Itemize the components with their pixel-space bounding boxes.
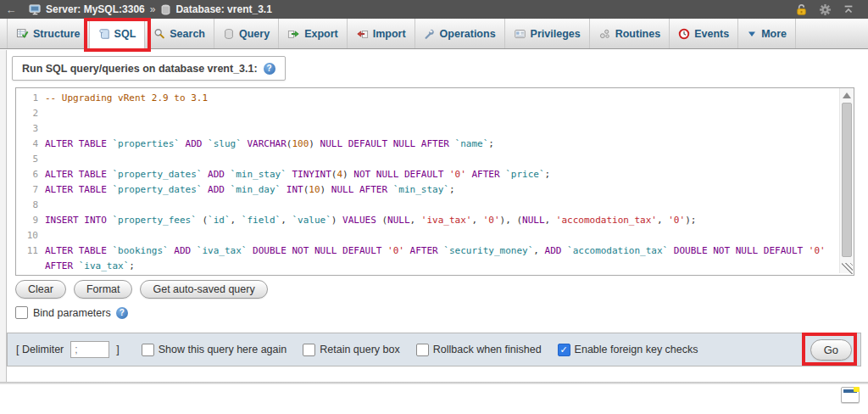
sql-code-line[interactable]: 2 bbox=[16, 106, 840, 121]
sql-code-line[interactable]: 11ALTER TABLE `bookings` ADD `iva_tax` D… bbox=[16, 243, 840, 274]
server-label: Server: MySQL:3306 bbox=[46, 3, 145, 15]
line-number: 10 bbox=[16, 228, 45, 243]
line-number: 6 bbox=[16, 167, 45, 182]
tab-label: SQL bbox=[114, 28, 136, 40]
code-text: INSERT INTO `property_fees` (`id`, `fiel… bbox=[45, 213, 840, 228]
line-number: 5 bbox=[16, 152, 45, 167]
sql-code-line[interactable]: 7ALTER TABLE `property_dates` ADD `min_d… bbox=[16, 182, 840, 198]
get-autosaved-query-button[interactable]: Get auto-saved query bbox=[140, 280, 267, 299]
checkbox-retain-query-box[interactable]: Retain query box bbox=[303, 344, 400, 356]
tab-events[interactable]: Events bbox=[670, 19, 738, 48]
collapse-icon[interactable] bbox=[843, 3, 854, 15]
nav-panel-edge[interactable] bbox=[0, 50, 7, 382]
delimiter-bracket-open: [ Delimiter bbox=[16, 344, 64, 355]
line-number: 4 bbox=[16, 137, 45, 152]
breadcrumb-server[interactable]: Server: MySQL:3306 bbox=[29, 3, 145, 15]
bind-parameters-option[interactable]: Bind parameters bbox=[15, 306, 128, 319]
sql-code-line[interactable]: 3 bbox=[16, 121, 840, 137]
help-icon[interactable] bbox=[264, 63, 275, 75]
sql-code-line[interactable]: 9INSERT INTO `property_fees` (`id`, `fie… bbox=[16, 213, 840, 228]
scrollbar-up-icon[interactable] bbox=[843, 92, 851, 98]
query-box-title: Run SQL query/queries on database vrent_… bbox=[22, 63, 258, 75]
search-icon bbox=[153, 28, 165, 40]
privileges-icon bbox=[514, 28, 526, 40]
line-number: 9 bbox=[16, 213, 45, 228]
checkbox-unchecked-icon[interactable] bbox=[142, 344, 154, 356]
sql-editor[interactable]: 1-- Upgrading vRent 2.9 to 3.1234ALTER T… bbox=[15, 87, 854, 276]
tab-label: Events bbox=[694, 28, 729, 40]
lock-icon[interactable] bbox=[795, 3, 808, 16]
line-number: 7 bbox=[16, 182, 45, 198]
line-number: 1 bbox=[16, 91, 45, 106]
frame-bottom-edge bbox=[0, 382, 868, 384]
structure-icon bbox=[16, 28, 29, 40]
bind-parameters-checkbox[interactable] bbox=[15, 306, 28, 319]
events-icon bbox=[678, 28, 690, 40]
tab-label: More bbox=[761, 28, 787, 40]
checkbox-label: Rollback when finished bbox=[433, 344, 542, 355]
tab-more[interactable]: More bbox=[738, 19, 796, 48]
tab-label: Structure bbox=[33, 28, 81, 40]
checkbox-show-this-query-here-again[interactable]: Show this query here again bbox=[142, 344, 287, 356]
checkbox-label: Retain query box bbox=[320, 344, 400, 355]
server-icon bbox=[29, 4, 42, 15]
format-button[interactable]: Format bbox=[74, 280, 133, 299]
tab-search[interactable]: Search bbox=[145, 19, 214, 48]
scrollbar-thumb[interactable] bbox=[842, 103, 852, 257]
tab-label: Search bbox=[170, 28, 205, 40]
tab-structure[interactable]: Structure bbox=[7, 19, 90, 48]
line-number: 8 bbox=[16, 198, 45, 213]
sql-code-line[interactable]: 5 bbox=[16, 152, 840, 167]
server-breadcrumb-bar: ← Server: MySQL:3306 » Database: vrent_3… bbox=[0, 0, 868, 19]
tab-label: Query bbox=[239, 28, 270, 40]
more-icon bbox=[747, 29, 757, 39]
sql-editor-lines[interactable]: 1-- Upgrading vRent 2.9 to 3.1234ALTER T… bbox=[16, 88, 840, 275]
checkbox-unchecked-icon[interactable] bbox=[303, 344, 315, 356]
delimiter-input[interactable] bbox=[70, 341, 109, 358]
tab-query[interactable]: Query bbox=[214, 19, 279, 48]
tab-operations[interactable]: Operations bbox=[415, 19, 505, 48]
code-text: ALTER TABLE `property_dates` ADD `min_st… bbox=[45, 167, 840, 182]
checkbox-unchecked-icon[interactable] bbox=[416, 344, 429, 356]
checkbox-label: Enable foreign key checks bbox=[575, 344, 698, 355]
code-text: ALTER TABLE `properties` ADD `slug` VARC… bbox=[45, 137, 840, 152]
editor-actions: Clear Format Get auto-saved query bbox=[15, 280, 268, 299]
sql-code-line[interactable]: 8 bbox=[16, 198, 840, 213]
go-button[interactable]: Go bbox=[810, 339, 852, 361]
export-icon bbox=[287, 28, 300, 40]
sql-icon bbox=[98, 28, 110, 40]
checkbox-checked-icon[interactable] bbox=[558, 344, 570, 356]
line-number: 3 bbox=[16, 121, 45, 137]
tab-routines[interactable]: Routines bbox=[590, 19, 670, 48]
sql-code-line[interactable]: 1-- Upgrading vRent 2.9 to 3.1 bbox=[16, 91, 840, 106]
code-text: ALTER TABLE `bookings` ADD `iva_tax` DOU… bbox=[45, 243, 840, 274]
breadcrumb-database[interactable]: Database: vrent_3.1 bbox=[160, 3, 271, 15]
checkbox-label: Show this query here again bbox=[159, 344, 287, 355]
query-options-bar: [ Delimiter ] Show this query here again… bbox=[7, 333, 861, 366]
gear-icon[interactable] bbox=[819, 3, 832, 16]
back-arrow-icon[interactable]: ← bbox=[0, 3, 22, 16]
tab-export[interactable]: Export bbox=[279, 19, 348, 48]
console-icon[interactable] bbox=[841, 387, 860, 403]
bind-parameters-label: Bind parameters bbox=[33, 307, 111, 319]
tab-sql[interactable]: SQL bbox=[90, 19, 146, 48]
help-icon[interactable] bbox=[116, 307, 128, 319]
tab-privileges[interactable]: Privileges bbox=[505, 19, 590, 48]
tab-label: Privileges bbox=[531, 28, 581, 40]
routines-icon bbox=[598, 28, 611, 40]
clear-button[interactable]: Clear bbox=[15, 280, 66, 299]
code-text: ALTER TABLE `property_dates` ADD `min_da… bbox=[45, 182, 840, 198]
sql-code-line[interactable]: 10 bbox=[16, 228, 840, 243]
database-icon bbox=[160, 4, 171, 15]
editor-scrollbar[interactable] bbox=[839, 88, 854, 273]
line-number: 2 bbox=[16, 106, 45, 121]
line-number: 11 bbox=[16, 243, 45, 259]
checkbox-enable-foreign-key-checks[interactable]: Enable foreign key checks bbox=[558, 344, 698, 356]
sql-code-line[interactable]: 6ALTER TABLE `property_dates` ADD `min_s… bbox=[16, 167, 840, 182]
code-text: -- Upgrading vRent 2.9 to 3.1 bbox=[45, 91, 840, 106]
sql-code-line[interactable]: 4ALTER TABLE `properties` ADD `slug` VAR… bbox=[16, 137, 840, 152]
checkbox-rollback-when-finished[interactable]: Rollback when finished bbox=[416, 344, 542, 356]
tab-import[interactable]: Import bbox=[348, 19, 415, 48]
resize-grip-icon[interactable] bbox=[842, 263, 853, 274]
tab-label: Routines bbox=[615, 28, 660, 40]
